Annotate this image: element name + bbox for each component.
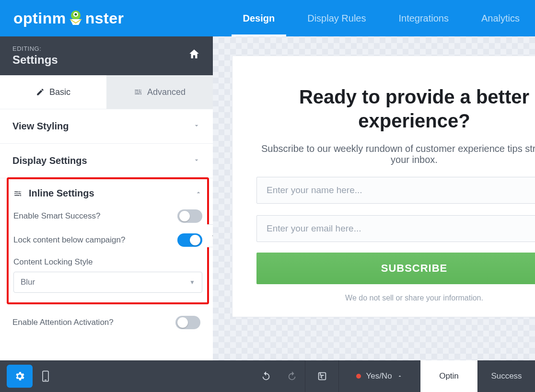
mobile-preview-button[interactable]	[33, 360, 58, 392]
step-success[interactable]: Success	[477, 360, 535, 392]
brand-mascot-icon	[67, 10, 84, 27]
row-lock-content: Lock content below campaign?	[13, 226, 202, 250]
inline-settings-highlight: Inline Settings Enable Smart Success? Lo…	[7, 177, 209, 304]
editing-label: EDITING:	[12, 45, 58, 52]
svg-point-2	[74, 13, 77, 16]
optin-form-preview[interactable]: Ready to provide a better experience? Su…	[232, 56, 535, 317]
nav-integrations[interactable]: Integrations	[396, 0, 451, 36]
lock-content-toggle[interactable]	[177, 233, 202, 247]
status-dot-icon	[356, 374, 361, 379]
tab-advanced-label: Advanced	[147, 87, 186, 97]
brand-text-pre: optinm	[13, 10, 66, 27]
preview-email-placeholder: Enter your email here...	[267, 223, 361, 234]
preview-heading: Ready to provide a better experience?	[256, 85, 535, 133]
footer-bar: Yes/No Optin Success	[0, 360, 535, 392]
top-nav: Design Display Rules Integrations Analyt…	[241, 0, 522, 36]
content-locking-style-select[interactable]: Blur ▼	[13, 272, 202, 293]
top-bar: optinm nster Design Display Rules Integr…	[0, 0, 535, 36]
preview-subscribe-label: SUBSCRIBE	[381, 262, 448, 275]
caret-down-icon: ▼	[189, 279, 195, 286]
attention-activation-label: Enable Attention Activation?	[12, 318, 114, 327]
step-yesno-label: Yes/No	[366, 371, 392, 381]
section-display-settings[interactable]: Display Settings	[0, 144, 213, 178]
brand-logo: optinm nster	[13, 10, 124, 27]
settings-gear-button[interactable]	[7, 365, 33, 388]
sliders-icon	[13, 189, 22, 198]
editing-title: Settings	[12, 53, 58, 67]
preview-privacy-note: We do not sell or share your information…	[256, 294, 535, 302]
step-optin[interactable]: Optin	[420, 360, 477, 392]
row-attention-activation: Enable Attention Activation?	[0, 308, 213, 337]
preview-name-input[interactable]: Enter your name here...	[256, 177, 535, 204]
nav-analytics[interactable]: Analytics	[479, 0, 522, 36]
step-success-label: Success	[491, 371, 522, 381]
save-button[interactable]	[305, 360, 338, 392]
redo-button[interactable]	[279, 360, 305, 392]
preview-email-input[interactable]: Enter your email here...	[256, 215, 535, 242]
design-canvas[interactable]: Ready to provide a better experience? Su…	[213, 36, 535, 360]
tab-advanced[interactable]: Advanced	[106, 75, 213, 109]
content-locking-style-label: Content Locking Style	[13, 250, 202, 272]
preview-name-placeholder: Enter your name here...	[267, 185, 362, 196]
row-smart-success: Enable Smart Success?	[13, 202, 202, 226]
home-icon[interactable]	[188, 48, 200, 64]
section-view-styling[interactable]: View Styling	[0, 109, 213, 144]
preview-subheading: Subscribe to our weekly rundown of custo…	[256, 143, 535, 165]
lock-content-label: Lock content below campaign?	[13, 235, 125, 245]
content-locking-style-value: Blur	[21, 277, 35, 287]
chevron-up-icon	[397, 373, 403, 379]
chevron-down-icon	[193, 155, 200, 166]
tab-basic-label: Basic	[49, 87, 70, 97]
sliders-icon	[134, 88, 142, 96]
section-view-styling-label: View Styling	[12, 121, 69, 132]
undo-button[interactable]	[253, 360, 279, 392]
sidebar: EDITING: Settings Basic Advanced View St…	[0, 36, 213, 360]
sidebar-header: EDITING: Settings	[0, 36, 213, 75]
brand-text-post: nster	[85, 10, 124, 27]
chevron-down-icon	[193, 121, 200, 132]
chevron-up-icon	[195, 188, 202, 199]
nav-display-rules[interactable]: Display Rules	[305, 0, 368, 36]
pencil-icon	[36, 88, 45, 96]
section-display-settings-label: Display Settings	[12, 155, 87, 166]
nav-design[interactable]: Design	[241, 0, 277, 36]
step-yesno[interactable]: Yes/No	[338, 360, 420, 392]
smart-success-label: Enable Smart Success?	[13, 211, 100, 221]
step-optin-label: Optin	[439, 371, 459, 381]
preview-subscribe-button[interactable]: SUBSCRIBE	[256, 253, 535, 284]
section-inline-settings[interactable]: Inline Settings	[13, 179, 202, 202]
attention-activation-toggle[interactable]	[175, 316, 200, 329]
sidebar-tabs: Basic Advanced	[0, 75, 213, 109]
section-inline-settings-label: Inline Settings	[29, 188, 94, 199]
tab-basic[interactable]: Basic	[0, 75, 106, 109]
smart-success-toggle[interactable]	[177, 209, 202, 223]
